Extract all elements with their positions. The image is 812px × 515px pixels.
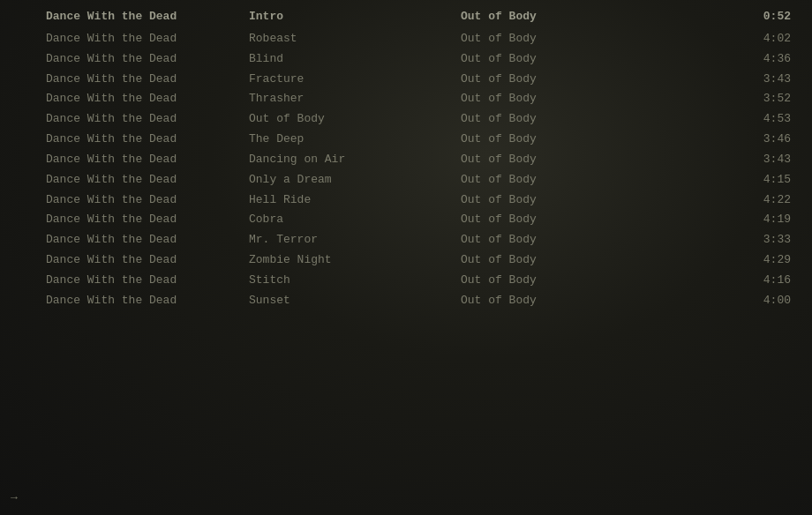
table-row[interactable]: Dance With the DeadMr. TerrorOut of Body…: [0, 230, 812, 250]
track-duration: 4:22: [637, 192, 798, 209]
track-artist: Dance With the Dead: [46, 31, 249, 48]
track-title: Blind: [249, 51, 461, 68]
track-artist: Dance With the Dead: [46, 192, 249, 209]
track-album: Out of Body: [461, 252, 637, 269]
track-album: Out of Body: [461, 91, 637, 108]
table-row[interactable]: Dance With the DeadStitchOut of Body4:16: [0, 271, 812, 291]
track-album: Out of Body: [461, 111, 637, 128]
table-row[interactable]: Dance With the DeadThe DeepOut of Body3:…: [0, 130, 812, 150]
table-header: Dance With the Dead Intro Out of Body 0:…: [0, 7, 812, 29]
track-title: Robeast: [249, 31, 461, 48]
track-duration: 3:43: [637, 71, 798, 88]
track-artist: Dance With the Dead: [46, 293, 249, 310]
header-artist: Dance With the Dead: [46, 9, 249, 26]
table-row[interactable]: Dance With the DeadOut of BodyOut of Bod…: [0, 109, 812, 130]
track-album: Out of Body: [461, 212, 637, 228]
header-album: Out of Body: [461, 9, 637, 26]
table-row[interactable]: Dance With the DeadCobraOut of Body4:19: [0, 210, 812, 230]
track-title: Only a Dream: [249, 172, 461, 189]
table-row[interactable]: Dance With the DeadFractureOut of Body3:…: [0, 70, 812, 90]
track-album: Out of Body: [461, 172, 637, 189]
track-duration: 4:00: [637, 293, 798, 310]
track-artist: Dance With the Dead: [46, 172, 249, 189]
track-title: Thrasher: [249, 91, 461, 108]
track-artist: Dance With the Dead: [46, 252, 249, 269]
track-album: Out of Body: [461, 232, 637, 249]
track-title: Hell Ride: [249, 192, 461, 209]
track-list: Dance With the Dead Intro Out of Body 0:…: [0, 0, 812, 318]
track-title: Dancing on Air: [249, 152, 461, 168]
track-duration: 3:43: [637, 152, 798, 168]
track-duration: 3:33: [637, 232, 798, 249]
table-row[interactable]: Dance With the DeadRobeastOut of Body4:0…: [0, 29, 812, 49]
track-duration: 3:46: [637, 131, 798, 148]
track-artist: Dance With the Dead: [46, 91, 249, 108]
track-title: Sunset: [249, 293, 461, 310]
header-title: Intro: [249, 9, 461, 26]
track-album: Out of Body: [461, 192, 637, 209]
track-artist: Dance With the Dead: [46, 111, 249, 128]
track-title: The Deep: [249, 131, 461, 148]
track-album: Out of Body: [461, 131, 637, 148]
track-title: Stitch: [249, 272, 461, 289]
track-artist: Dance With the Dead: [46, 131, 249, 148]
track-album: Out of Body: [461, 31, 637, 48]
track-duration: 4:15: [637, 172, 798, 189]
track-album: Out of Body: [461, 71, 637, 88]
track-title: Out of Body: [249, 111, 461, 128]
track-artist: Dance With the Dead: [46, 152, 249, 168]
table-row[interactable]: Dance With the DeadZombie NightOut of Bo…: [0, 250, 812, 271]
track-artist: Dance With the Dead: [46, 232, 249, 249]
arrow-icon: →: [11, 491, 18, 504]
table-row[interactable]: Dance With the DeadDancing on AirOut of …: [0, 150, 812, 170]
track-duration: 4:36: [637, 51, 798, 68]
table-row[interactable]: Dance With the DeadOnly a DreamOut of Bo…: [0, 170, 812, 190]
table-row[interactable]: Dance With the DeadSunsetOut of Body4:00: [0, 291, 812, 311]
track-album: Out of Body: [461, 293, 637, 310]
track-title: Zombie Night: [249, 252, 461, 269]
track-album: Out of Body: [461, 272, 637, 289]
track-duration: 4:16: [637, 272, 798, 289]
track-duration: 4:02: [637, 31, 798, 48]
track-artist: Dance With the Dead: [46, 212, 249, 228]
track-artist: Dance With the Dead: [46, 71, 249, 88]
track-duration: 3:52: [637, 91, 798, 108]
track-duration: 4:19: [637, 212, 798, 228]
header-duration: 0:52: [637, 9, 798, 26]
track-title: Mr. Terror: [249, 232, 461, 249]
track-artist: Dance With the Dead: [46, 272, 249, 289]
track-duration: 4:29: [637, 252, 798, 269]
track-album: Out of Body: [461, 152, 637, 168]
table-row[interactable]: Dance With the DeadHell RideOut of Body4…: [0, 190, 812, 211]
track-title: Fracture: [249, 71, 461, 88]
track-duration: 4:53: [637, 111, 798, 128]
table-row[interactable]: Dance With the DeadBlindOut of Body4:36: [0, 49, 812, 70]
table-row[interactable]: Dance With the DeadThrasherOut of Body3:…: [0, 89, 812, 109]
track-artist: Dance With the Dead: [46, 51, 249, 68]
track-title: Cobra: [249, 212, 461, 228]
track-album: Out of Body: [461, 51, 637, 68]
